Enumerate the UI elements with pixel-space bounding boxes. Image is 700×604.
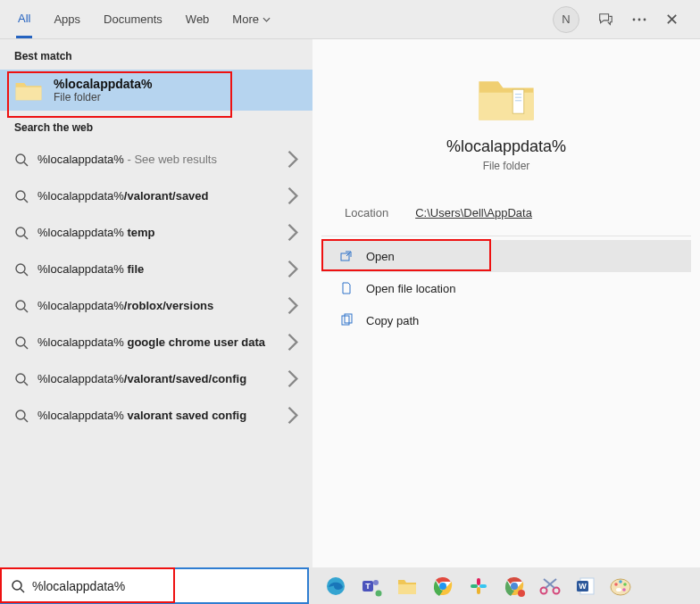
tab-more-label: More xyxy=(232,12,259,26)
svg-line-46 xyxy=(544,579,554,588)
chevron-right-icon xyxy=(286,296,298,315)
user-avatar[interactable]: N xyxy=(553,6,579,33)
tab-web[interactable]: Web xyxy=(184,2,212,37)
svg-point-15 xyxy=(16,374,25,383)
search-icon xyxy=(14,372,29,386)
snipping-tool-icon[interactable] xyxy=(538,574,562,599)
best-match-title: %localappdata% xyxy=(54,77,152,91)
chevron-right-icon xyxy=(286,260,298,278)
svg-point-1 xyxy=(638,18,641,21)
svg-line-10 xyxy=(24,272,28,276)
preview-title: %localappdata% xyxy=(321,137,691,156)
feedback-icon[interactable] xyxy=(597,12,613,28)
chevron-right-icon xyxy=(286,406,298,425)
web-result-text: %localappdata% - See web results xyxy=(38,152,277,168)
search-icon xyxy=(14,262,29,277)
svg-point-3 xyxy=(16,154,25,163)
tabs-bar: All Apps Documents Web More N ✕ xyxy=(0,0,700,39)
web-result[interactable]: %localappdata% file xyxy=(0,251,312,287)
web-result-text: %localappdata% valorant saved config xyxy=(38,408,277,424)
svg-point-13 xyxy=(16,337,25,346)
svg-point-0 xyxy=(633,18,636,21)
svg-rect-38 xyxy=(477,587,480,594)
tab-apps[interactable]: Apps xyxy=(52,2,82,37)
svg-point-42 xyxy=(518,590,525,597)
copy-icon xyxy=(339,313,354,327)
web-result-text: %localappdata% google chrome user data xyxy=(38,335,277,351)
web-result-text: %localappdata%/roblox/versions xyxy=(38,298,277,314)
slack-icon[interactable] xyxy=(466,574,491,599)
svg-point-31 xyxy=(373,580,379,585)
taskbar-tray: T W xyxy=(309,574,634,599)
search-icon xyxy=(14,153,29,167)
web-result-text: %localappdata% file xyxy=(38,261,277,277)
svg-point-11 xyxy=(16,301,25,310)
chevron-down-icon xyxy=(262,17,271,22)
search-icon xyxy=(14,189,29,203)
svg-rect-19 xyxy=(512,89,524,113)
teams-icon[interactable]: T xyxy=(359,574,384,599)
search-icon xyxy=(11,579,25,593)
search-icon xyxy=(14,335,29,350)
svg-line-18 xyxy=(24,418,28,422)
svg-point-26 xyxy=(12,581,21,590)
svg-point-7 xyxy=(16,228,25,236)
svg-rect-36 xyxy=(477,578,480,585)
chevron-right-icon xyxy=(286,369,298,388)
web-result[interactable]: %localappdata% valorant saved config xyxy=(0,397,312,434)
more-options-icon[interactable] xyxy=(631,12,647,28)
action-open[interactable]: Open xyxy=(321,240,691,272)
web-result-text: %localappdata% temp xyxy=(38,225,277,241)
chevron-right-icon xyxy=(286,333,298,352)
paint-icon[interactable] xyxy=(609,574,634,599)
tab-documents[interactable]: Documents xyxy=(102,2,164,37)
svg-line-4 xyxy=(24,162,28,166)
section-search-web: Search the web xyxy=(0,111,312,141)
web-result[interactable]: %localappdata%/roblox/versions xyxy=(0,287,312,324)
search-icon xyxy=(14,299,29,313)
open-icon xyxy=(339,249,354,263)
action-open-location[interactable]: Open file location xyxy=(321,272,691,304)
web-result[interactable]: %localappdata%/valorant/saved xyxy=(0,178,312,214)
tab-more[interactable]: More xyxy=(230,2,272,37)
svg-line-27 xyxy=(21,589,24,592)
svg-rect-39 xyxy=(471,584,478,588)
web-result-text: %localappdata%/valorant/saved/config xyxy=(38,371,277,387)
location-link[interactable]: C:\Users\Dell\AppData xyxy=(415,206,532,219)
section-best-match: Best match xyxy=(0,39,312,70)
web-result[interactable]: %localappdata% google chrome user data xyxy=(0,324,312,360)
action-copy-path[interactable]: Copy path xyxy=(321,304,691,336)
action-copy-path-label: Copy path xyxy=(366,314,419,327)
folder-icon xyxy=(14,79,43,102)
chevron-right-icon xyxy=(286,223,298,242)
svg-point-55 xyxy=(616,588,621,592)
svg-point-43 xyxy=(541,587,547,593)
file-explorer-icon[interactable] xyxy=(395,574,420,599)
chrome-icon[interactable] xyxy=(430,574,455,599)
search-input[interactable] xyxy=(32,579,298,593)
svg-point-41 xyxy=(511,583,518,590)
edge-icon[interactable] xyxy=(323,574,348,599)
svg-text:W: W xyxy=(579,582,587,591)
preview-subtitle: File folder xyxy=(321,160,691,172)
svg-point-17 xyxy=(16,410,25,419)
svg-point-44 xyxy=(554,587,560,593)
close-button[interactable]: ✕ xyxy=(665,10,679,29)
svg-text:T: T xyxy=(365,582,371,591)
svg-point-35 xyxy=(439,583,446,590)
action-open-label: Open xyxy=(366,250,395,263)
file-location-icon xyxy=(339,281,354,295)
chevron-right-icon xyxy=(286,186,298,205)
word-icon[interactable]: W xyxy=(573,574,598,599)
web-result[interactable]: %localappdata%/valorant/saved/config xyxy=(0,360,312,397)
chrome-canary-icon[interactable] xyxy=(502,574,527,599)
tab-all[interactable]: All xyxy=(16,1,32,38)
svg-point-51 xyxy=(614,583,618,586)
web-result[interactable]: %localappdata% temp xyxy=(0,214,312,251)
best-match-result[interactable]: %localappdata% File folder xyxy=(0,70,312,111)
taskbar: T W xyxy=(0,567,700,604)
web-result[interactable]: %localappdata% - See web results xyxy=(0,141,312,178)
svg-point-54 xyxy=(622,588,626,592)
taskbar-search[interactable] xyxy=(0,567,309,604)
svg-rect-33 xyxy=(398,584,416,594)
